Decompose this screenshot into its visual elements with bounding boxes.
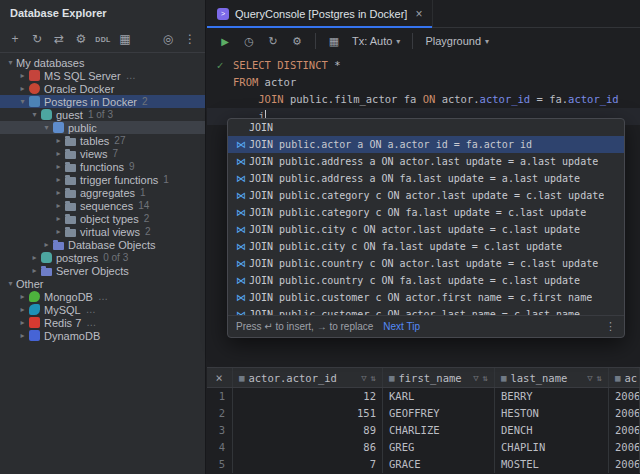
column-header-last_name[interactable]: ▦last_name▽⇅	[495, 368, 609, 387]
table-row[interactable]: 486GREGCHAPLIN2006	[207, 439, 640, 456]
table-row[interactable]: 112KARLBERRY2006	[207, 388, 640, 405]
diagram-icon[interactable]: ▦	[115, 29, 135, 49]
refresh-icon[interactable]: ↻	[27, 29, 47, 49]
table-cell[interactable]: GEOFFREY	[383, 405, 495, 422]
table-cell[interactable]: 2006	[609, 388, 640, 405]
chevron-right-icon[interactable]: ▸	[53, 188, 64, 197]
completion-item[interactable]: JOIN	[228, 119, 624, 136]
table-cell[interactable]: 151	[233, 405, 383, 422]
table-cell[interactable]: 89	[233, 422, 383, 439]
chevron-right-icon[interactable]: ▸	[41, 240, 52, 249]
sql-editor[interactable]: ✓SELECT DISTINCT *FROM actor JOIN public…	[207, 54, 640, 367]
chevron-right-icon[interactable]: ▸	[17, 305, 28, 314]
table-cell[interactable]: 86	[233, 439, 383, 456]
table-cell[interactable]: CHARLIZE	[383, 422, 495, 439]
completion-item[interactable]: ⋈JOIN public.country c ON actor.last_upd…	[228, 255, 624, 272]
tree-item-database-objects[interactable]: ▸Database Objects	[0, 238, 205, 251]
completion-item[interactable]: ⋈JOIN public.customer c ON actor.last_na…	[228, 306, 624, 315]
table-cell[interactable]: 2006	[609, 405, 640, 422]
run-button[interactable]: ▶	[215, 31, 235, 51]
column-header-first_name[interactable]: ▦first_name▽⇅	[383, 368, 495, 387]
chevron-right-icon[interactable]: ▸	[53, 227, 64, 236]
table-cell[interactable]: MOSTEL	[495, 456, 609, 473]
table-cell[interactable]: 12	[233, 388, 383, 405]
table-cell[interactable]: 2006	[609, 456, 640, 473]
tree-item-redis-7[interactable]: ▸Redis 7…	[0, 316, 205, 329]
more-icon[interactable]: ⋮	[180, 29, 200, 49]
chevron-down-icon[interactable]: ▾	[41, 123, 52, 132]
sort-icon[interactable]: ⇅	[483, 368, 488, 387]
tree-item-server-objects[interactable]: ▸Server Objects	[0, 264, 205, 277]
eye-icon[interactable]: ◎	[158, 29, 178, 49]
tree-item-virtual-views[interactable]: ▸virtual views2	[0, 225, 205, 238]
completion-item[interactable]: ⋈JOIN public.category c ON actor.last_up…	[228, 187, 624, 204]
table-row[interactable]: 389CHARLIZEDENCH2006	[207, 422, 640, 439]
completion-item[interactable]: ⋈JOIN public.city c ON actor.last_update…	[228, 221, 624, 238]
tree-item-ms-sql-server[interactable]: ▸MS SQL Server…	[0, 69, 205, 82]
close-results-icon[interactable]: ×	[215, 372, 222, 384]
sort-icon[interactable]: ⇅	[597, 368, 602, 387]
table-cell[interactable]: GRACE	[383, 456, 495, 473]
popup-menu-icon[interactable]: ⋮	[605, 320, 616, 333]
ddl-icon[interactable]: DDL	[93, 29, 113, 49]
filter-icon[interactable]: ▽	[473, 368, 478, 387]
chevron-right-icon[interactable]: ▸	[53, 136, 64, 145]
table-cell[interactable]: KARL	[383, 388, 495, 405]
add-icon[interactable]: +	[5, 29, 25, 49]
tree-item-views[interactable]: ▸views7	[0, 147, 205, 160]
next-tip-link[interactable]: Next Tip	[383, 321, 420, 332]
chevron-down-icon[interactable]: ▾	[5, 279, 16, 288]
tree-item-postgres[interactable]: ▸postgres0 of 3	[0, 251, 205, 264]
completion-item[interactable]: ⋈JOIN public.address a ON fa.last_update…	[228, 170, 624, 187]
chevron-right-icon[interactable]: ▸	[53, 175, 64, 184]
chevron-right-icon[interactable]: ▸	[53, 214, 64, 223]
tree-item-my-databases[interactable]: ▾My databases	[0, 56, 205, 69]
tree-item-functions[interactable]: ▸functions9	[0, 160, 205, 173]
tree-item-tables[interactable]: ▸tables27	[0, 134, 205, 147]
chevron-right-icon[interactable]: ▸	[17, 318, 28, 327]
table-row[interactable]: 57GRACEMOSTEL2006	[207, 456, 640, 473]
tree-item-postgres-in-docker[interactable]: ▾Postgres in Docker2	[0, 95, 205, 108]
completion-item[interactable]: ⋈JOIN public.city c ON fa.last_update = …	[228, 238, 624, 255]
tab-close-icon[interactable]: ×	[415, 8, 422, 20]
completion-item[interactable]: ⋈JOIN public.address a ON actor.last_upd…	[228, 153, 624, 170]
rerun-button[interactable]: ↻	[263, 31, 283, 51]
column-header-ac[interactable]: ▦ac▽⇅	[609, 368, 640, 387]
history-button[interactable]: ◷	[239, 31, 259, 51]
chevron-right-icon[interactable]: ▸	[17, 292, 28, 301]
chevron-right-icon[interactable]: ▸	[17, 84, 28, 93]
completion-item[interactable]: ⋈JOIN public.category c ON fa.last_updat…	[228, 204, 624, 221]
table-cell[interactable]: DENCH	[495, 422, 609, 439]
chevron-right-icon[interactable]: ▸	[53, 162, 64, 171]
table-cell[interactable]: 2006	[609, 439, 640, 456]
tree-item-oracle-docker[interactable]: ▸Oracle Docker	[0, 82, 205, 95]
sync-icon[interactable]: ⇄	[49, 29, 69, 49]
tree-item-aggregates[interactable]: ▸aggregates1	[0, 186, 205, 199]
table-view-button[interactable]: ▦	[324, 31, 344, 51]
table-cell[interactable]: 2006	[609, 422, 640, 439]
column-header-actor-actor_id[interactable]: ▦actor.actor_id▽⇅	[233, 368, 383, 387]
table-cell[interactable]: HESTON	[495, 405, 609, 422]
tab-query-console[interactable]: > QueryConsole [Postgres in Docker] ×	[207, 0, 433, 27]
chevron-right-icon[interactable]: ▸	[17, 71, 28, 80]
chevron-down-icon[interactable]: ▾	[29, 110, 40, 119]
table-cell[interactable]: CHAPLIN	[495, 439, 609, 456]
table-row[interactable]: 2151GEOFFREYHESTON2006	[207, 405, 640, 422]
completion-item[interactable]: ⋈JOIN public.customer c ON actor.first_n…	[228, 289, 624, 306]
completion-item[interactable]: ⋈JOIN public.actor a ON a.actor_id = fa.…	[228, 136, 624, 153]
sort-icon[interactable]: ⇅	[371, 368, 376, 387]
source-properties-icon[interactable]: ⚙	[71, 29, 91, 49]
chevron-right-icon[interactable]: ▸	[53, 149, 64, 158]
chevron-right-icon[interactable]: ▸	[29, 266, 40, 275]
tree-item-trigger-functions[interactable]: ▸trigger functions1	[0, 173, 205, 186]
tree-item-dynamodb[interactable]: ▸DynamoDB	[0, 329, 205, 342]
tree-item-mongodb[interactable]: ▸MongoDB…	[0, 290, 205, 303]
tx-mode-select[interactable]: Tx: Auto▾	[348, 31, 404, 51]
tree-item-object-types[interactable]: ▸object types2	[0, 212, 205, 225]
table-cell[interactable]: BERRY	[495, 388, 609, 405]
filter-icon[interactable]: ▽	[361, 368, 366, 387]
table-cell[interactable]: GREG	[383, 439, 495, 456]
chevron-right-icon[interactable]: ▸	[29, 253, 40, 262]
table-cell[interactable]: 7	[233, 456, 383, 473]
tree-item-other[interactable]: ▾Other	[0, 277, 205, 290]
